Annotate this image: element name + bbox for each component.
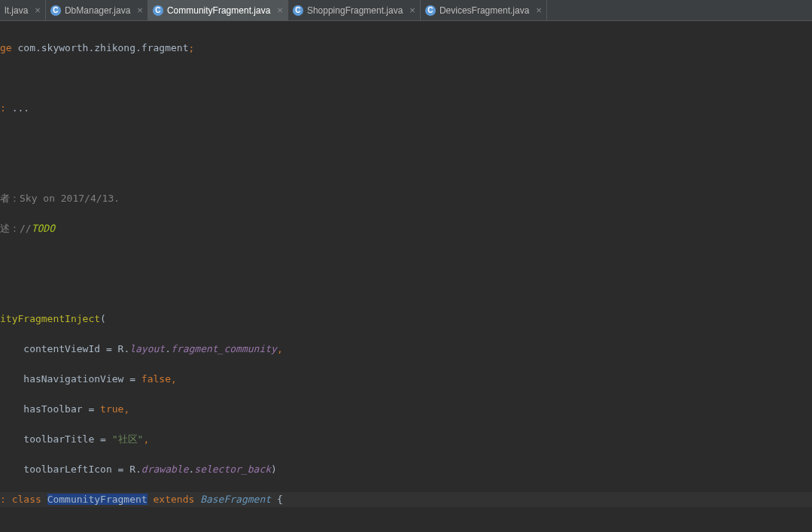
tab-label: CommunityFragment.java [167, 5, 270, 16]
code-line: toolbarLeftIcon = R.drawable.selector_ba… [0, 462, 812, 477]
code-line: : class CommunityFragment extends BaseFr… [0, 492, 812, 507]
tab-devicesfragment[interactable]: C DevicesFragment.java × [421, 0, 547, 20]
tab-dbmanager[interactable]: C DbManager.java × [46, 0, 148, 20]
code-line: 者：Sky on 2017/4/13. [0, 191, 812, 206]
tab-label: ShoppingFragment.java [307, 5, 403, 16]
code-line: : ... [0, 101, 812, 116]
code-line [0, 281, 812, 296]
code-line: ge com.skyworth.zhikong.fragment; [0, 41, 812, 56]
code-line [0, 161, 812, 176]
editor-tabs: lt.java × C DbManager.java × C Community… [0, 0, 812, 21]
code-line: ityFragmentInject( [0, 312, 812, 327]
close-icon[interactable]: × [35, 5, 41, 16]
code-line [0, 71, 812, 86]
close-icon[interactable]: × [137, 5, 143, 16]
code-line: 述：//TODO [0, 221, 812, 236]
class-icon: C [425, 5, 436, 16]
code-line [0, 131, 812, 146]
tab-label: lt.java [5, 5, 28, 16]
close-icon[interactable]: × [409, 5, 415, 16]
tab-shoppingfragment[interactable]: C ShoppingFragment.java × [288, 0, 421, 20]
class-icon: C [293, 5, 303, 16]
tab-label: DevicesFragment.java [439, 5, 529, 16]
code-line [0, 522, 812, 532]
class-icon: C [153, 5, 163, 16]
tab-label: DbManager.java [65, 5, 130, 16]
code-line: hasNavigationView = false, [0, 372, 812, 387]
tab-communityfragment[interactable]: C CommunityFragment.java × [148, 0, 288, 20]
close-icon[interactable]: × [536, 5, 542, 16]
code-line [0, 251, 812, 266]
code-line: toolbarTitle = "社区", [0, 432, 812, 447]
tab-lt[interactable]: lt.java × [0, 0, 46, 20]
code-editor[interactable]: ge com.skyworth.zhikong.fragment; : ... … [0, 21, 812, 532]
class-icon: C [50, 5, 61, 16]
code-line: hasToolbar = true, [0, 402, 812, 417]
close-icon[interactable]: × [277, 5, 283, 16]
code-line: contentViewId = R.layout.fragment_commun… [0, 342, 812, 357]
